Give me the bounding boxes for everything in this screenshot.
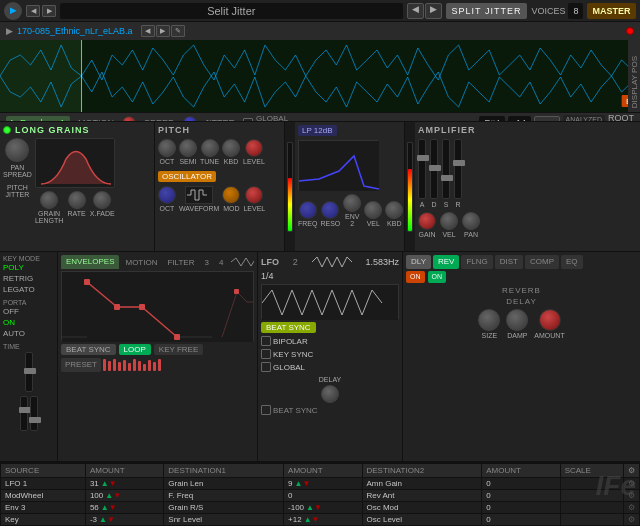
kbd-knob[interactable] bbox=[222, 139, 240, 157]
grain-length-knob[interactable] bbox=[40, 191, 58, 209]
filter-kbd-knob[interactable] bbox=[385, 201, 403, 219]
reso-knob[interactable] bbox=[321, 201, 339, 219]
key-free-btn[interactable]: KEY FREE bbox=[154, 344, 203, 355]
size-knob[interactable] bbox=[478, 309, 500, 331]
amount-up-btn[interactable]: ▲ bbox=[304, 515, 312, 524]
range-fader[interactable] bbox=[30, 396, 38, 431]
damp-knob[interactable] bbox=[506, 309, 528, 331]
loop-btn[interactable]: LOOP bbox=[119, 344, 151, 355]
waveform-next[interactable]: ▶ bbox=[156, 25, 170, 37]
porta-auto[interactable]: AUTO bbox=[3, 328, 54, 339]
preset-btn[interactable]: PRESET bbox=[61, 358, 101, 372]
amount-up-btn[interactable]: ▲ bbox=[99, 515, 107, 524]
osc-level-knob[interactable] bbox=[245, 186, 263, 204]
amount-up-btn[interactable]: ▲ bbox=[101, 479, 109, 488]
env-tab-envelopes[interactable]: ENVELOPES bbox=[61, 255, 119, 269]
table-cell[interactable]: Rev Ant bbox=[362, 490, 482, 502]
level-knob[interactable] bbox=[245, 139, 263, 157]
fader-thumb-r[interactable] bbox=[453, 160, 465, 166]
pan-spread-knob[interactable] bbox=[5, 138, 29, 162]
fx-tab-eq[interactable]: EQ bbox=[561, 255, 583, 269]
mode-poly[interactable]: POLY bbox=[3, 262, 54, 273]
rev-on-btn[interactable]: ON bbox=[428, 271, 447, 283]
global-check[interactable] bbox=[261, 362, 271, 372]
time-fader[interactable] bbox=[25, 352, 33, 392]
porta-off[interactable]: OFF bbox=[3, 306, 54, 317]
env2-knob[interactable] bbox=[343, 194, 361, 212]
fx-tab-dist[interactable]: DIST bbox=[495, 255, 523, 269]
fader-track-s[interactable] bbox=[442, 139, 450, 199]
time-thumb[interactable] bbox=[24, 368, 36, 374]
amount-up-btn[interactable]: ▲ bbox=[105, 491, 113, 500]
waveform-canvas[interactable]: E DISPLAY POS bbox=[0, 40, 640, 112]
beat-sync-env-btn[interactable]: BEAT SYNC bbox=[61, 344, 116, 355]
table-cell[interactable]: Osc Mod bbox=[362, 502, 482, 514]
table-cell[interactable]: Grain R/S bbox=[164, 502, 284, 514]
env-graph[interactable] bbox=[61, 271, 254, 341]
pan-knob[interactable] bbox=[462, 212, 480, 230]
lfo-delay-knob[interactable] bbox=[321, 385, 339, 403]
fader-track-d[interactable] bbox=[430, 139, 438, 199]
xfade-knob[interactable] bbox=[93, 191, 111, 209]
row-gear-icon[interactable]: ⚙ bbox=[624, 514, 640, 526]
key-sync-check[interactable] bbox=[261, 349, 271, 359]
waveform-edit[interactable]: ✎ bbox=[171, 25, 185, 37]
table-row[interactable]: Env 356▲▼Grain R/S-100▲▼Osc Mod0⚙ bbox=[1, 502, 640, 514]
row-gear-icon[interactable]: ⚙ bbox=[624, 502, 640, 514]
fader-thumb-a[interactable] bbox=[417, 155, 429, 161]
amount-up-btn[interactable]: ▲ bbox=[101, 503, 109, 512]
table-cell[interactable]: F. Freq bbox=[164, 490, 284, 502]
preset-name[interactable]: Selit Jitter bbox=[60, 3, 403, 19]
mode-legato[interactable]: LEGATO bbox=[3, 284, 54, 295]
transport-prev[interactable]: ◀ bbox=[26, 5, 40, 17]
fader-thumb-d[interactable] bbox=[429, 165, 441, 171]
fx-tab-dly[interactable]: DLY bbox=[406, 255, 431, 269]
envelope-label[interactable]: ▶ Envelope 1 bbox=[6, 116, 70, 123]
long-grains-led[interactable] bbox=[3, 126, 11, 134]
jitter-knob[interactable] bbox=[183, 116, 197, 123]
table-row[interactable]: Key-3▲▼Snr Level+12▲▼Osc Level0⚙ bbox=[1, 514, 640, 526]
table-cell[interactable]: LFO 1 bbox=[1, 478, 86, 490]
fx-tab-flng[interactable]: FLNG bbox=[461, 255, 492, 269]
detune-display[interactable]: -14 bbox=[508, 116, 531, 123]
amount-down-btn[interactable]: ▼ bbox=[109, 503, 117, 512]
table-row[interactable]: LFO 131▲▼Grain Len9▲▼Amn Gain0⚙ bbox=[1, 478, 640, 490]
table-cell[interactable]: Key bbox=[1, 514, 86, 526]
tune-knob[interactable] bbox=[201, 139, 219, 157]
table-cell[interactable]: Grain Len bbox=[164, 478, 284, 490]
amount-knob[interactable] bbox=[539, 309, 561, 331]
osc-mod-knob[interactable] bbox=[222, 186, 240, 204]
fader-track-r[interactable] bbox=[454, 139, 462, 199]
fader-thumb-s[interactable] bbox=[441, 175, 453, 181]
voices-value[interactable]: 8 bbox=[568, 3, 583, 19]
range-thumb[interactable] bbox=[29, 417, 41, 423]
preset-next-btn[interactable]: ▶ bbox=[425, 3, 442, 19]
table-row[interactable]: ModWheel100▲▼F. Freq0Rev Ant0⚙ bbox=[1, 490, 640, 502]
table-cell[interactable]: ModWheel bbox=[1, 490, 86, 502]
key-display[interactable]: F#4 bbox=[479, 116, 505, 123]
p-fader[interactable] bbox=[20, 396, 28, 431]
fx-tab-rev[interactable]: REV bbox=[433, 255, 459, 269]
table-cell[interactable]: Snr Level bbox=[164, 514, 284, 526]
fx-tab-comp[interactable]: COMP bbox=[525, 255, 559, 269]
mode-retrig[interactable]: RETRIG bbox=[3, 273, 54, 284]
beat-sync2-check[interactable] bbox=[261, 405, 271, 415]
amount-down-btn[interactable]: ▼ bbox=[302, 479, 310, 488]
table-cell[interactable]: Amn Gain bbox=[362, 478, 482, 490]
set-btn[interactable]: SET bbox=[534, 116, 560, 123]
vel-knob[interactable] bbox=[364, 201, 382, 219]
table-cell[interactable]: Env 3 bbox=[1, 502, 86, 514]
global-pos-checkbox[interactable] bbox=[243, 118, 253, 123]
fader-track-a[interactable] bbox=[418, 139, 426, 199]
amp-vel-knob[interactable] bbox=[440, 212, 458, 230]
dly-on-btn[interactable]: ON bbox=[406, 271, 425, 283]
beat-sync-btn[interactable]: BEAT SYNC bbox=[261, 322, 316, 333]
semi-knob[interactable] bbox=[179, 139, 197, 157]
waveform-prev[interactable]: ◀ bbox=[141, 25, 155, 37]
amount-down-btn[interactable]: ▼ bbox=[113, 491, 121, 500]
amount-down-btn[interactable]: ▼ bbox=[109, 479, 117, 488]
freq-knob[interactable] bbox=[299, 201, 317, 219]
table-cell[interactable]: Osc Level bbox=[362, 514, 482, 526]
gain-knob[interactable] bbox=[418, 212, 436, 230]
transport-next[interactable]: ▶ bbox=[42, 5, 56, 17]
